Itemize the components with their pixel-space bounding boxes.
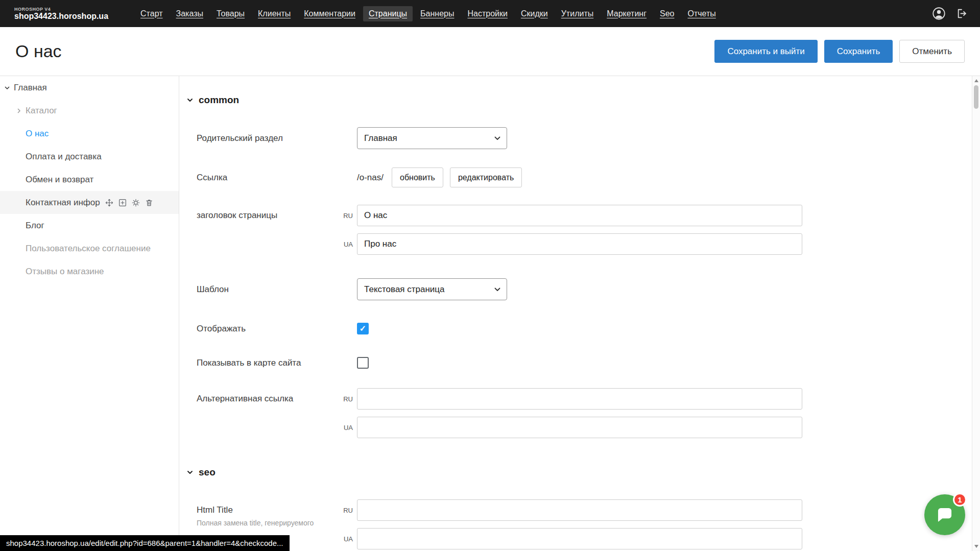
sidebar-item-label: Пользовательское соглашение	[26, 244, 151, 254]
parent-section-select[interactable]: Главная	[357, 127, 507, 149]
sidebar-item-label: Каталог	[26, 106, 57, 116]
field-label: заголовок страницы	[197, 205, 340, 221]
template-select[interactable]: Текстовая страница	[357, 278, 507, 300]
menu-item-bannery[interactable]: Баннеры	[415, 6, 460, 21]
save-and-exit-button[interactable]: Сохранить и выйти	[714, 40, 817, 63]
refresh-link-button[interactable]: обновить	[392, 167, 443, 187]
edit-link-button[interactable]: редактировать	[450, 167, 522, 187]
chevron-down-icon	[186, 469, 194, 476]
logout-icon[interactable]	[956, 7, 969, 20]
parent-section-row: Родительский раздел Главная	[197, 127, 951, 149]
link-path: /o-nas/	[357, 173, 384, 183]
page-header: О нас Сохранить и выйти Сохранить Отмени…	[0, 27, 980, 76]
account-icon[interactable]	[932, 7, 946, 20]
page-edit-form: common Родительский раздел Главная Ссылк…	[179, 76, 980, 551]
menu-item-kommentarii[interactable]: Комментарии	[298, 6, 361, 21]
page-title-row: заголовок страницы RU UA	[197, 205, 951, 255]
topbar: HOROSHOP V4 shop34423.horoshop.ua Старт …	[0, 0, 980, 27]
section-common[interactable]: common	[186, 94, 951, 106]
display-checkbox[interactable]: ✓	[357, 323, 369, 334]
menu-item-nastroyki[interactable]: Настройки	[462, 6, 513, 21]
menu-item-otchety[interactable]: Отчеты	[682, 6, 722, 21]
sidebar-item-kontaktnaya-informatsiya[interactable]: Контактная инфор	[0, 191, 179, 214]
sidebar-item-polzovatelskoe-soglashenie[interactable]: Пользовательское соглашение	[0, 237, 179, 260]
app-window: HOROSHOP V4 shop34423.horoshop.ua Старт …	[0, 0, 980, 551]
brand-logo[interactable]: HOROSHOP V4 shop34423.horoshop.ua	[14, 7, 108, 21]
header-actions: Сохранить и выйти Сохранить Отменить	[714, 40, 965, 63]
pages-tree-sidebar: Главная Каталог О нас Оплата и доставка …	[0, 76, 179, 551]
alt-link-row: Альтернативная ссылка RU UA	[197, 388, 951, 438]
sidebar-item-otzyvy-o-magazine[interactable]: Отзывы о магазине	[0, 260, 179, 283]
alt-link-ru-input[interactable]	[357, 388, 802, 410]
html-title-ua-input[interactable]	[357, 528, 802, 549]
sitemap-checkbox[interactable]: ✓	[357, 357, 369, 369]
sidebar-item-label: Оплата и доставка	[26, 152, 102, 162]
menu-item-tovary[interactable]: Товары	[211, 6, 250, 21]
scrollbar-thumb[interactable]	[974, 85, 978, 109]
menu-item-stranitsy[interactable]: Страницы	[363, 6, 413, 21]
section-title: seo	[199, 467, 216, 478]
lang-tag-ua: UA	[340, 535, 353, 543]
page-body: Главная Каталог О нас Оплата и доставка …	[0, 76, 980, 551]
lang-tag-ua: UA	[340, 424, 353, 432]
scroll-up-arrow[interactable]	[974, 79, 978, 82]
sidebar-item-oplata-i-dostavka[interactable]: Оплата и доставка	[0, 145, 179, 168]
sidebar-item-label: О нас	[26, 129, 49, 139]
field-label-text: Html Title	[197, 505, 340, 515]
sidebar-item-glavnaya[interactable]: Главная	[0, 76, 179, 99]
sidebar-item-obmen-i-vozvrat[interactable]: Обмен и возврат	[0, 168, 179, 191]
sidebar-item-label: Блог	[26, 221, 44, 231]
page-title: О нас	[15, 41, 62, 61]
sidebar-item-katalog[interactable]: Каталог	[0, 99, 179, 122]
menu-item-zakazy[interactable]: Заказы	[171, 6, 209, 21]
field-label: Шаблон	[197, 284, 340, 295]
menu-item-skidki[interactable]: Скидки	[515, 6, 554, 21]
field-label: Ссылка	[197, 173, 340, 183]
scroll-down-arrow[interactable]	[974, 545, 978, 548]
brand-domain: shop34423.horoshop.ua	[14, 12, 108, 21]
trash-icon[interactable]	[145, 199, 153, 207]
chevron-down-icon	[494, 288, 500, 292]
chat-widget-button[interactable]: 1	[924, 494, 965, 535]
menu-item-marketing[interactable]: Маркетинг	[601, 6, 652, 21]
sidebar-item-o-nas[interactable]: О нас	[0, 122, 179, 145]
menu-item-klienty[interactable]: Клиенты	[252, 6, 296, 21]
sidebar-item-label: Обмен и возврат	[26, 175, 93, 185]
field-label: Html Title Полная замена title, генериру…	[197, 499, 340, 528]
check-icon: ✓	[360, 325, 366, 333]
chevron-down-icon[interactable]	[4, 85, 10, 91]
gear-icon[interactable]	[132, 199, 140, 207]
lang-tag-ua: UA	[340, 241, 353, 248]
selected-option: Главная	[364, 133, 397, 143]
field-label: Отображать	[197, 324, 340, 334]
save-button[interactable]: Сохранить	[824, 40, 893, 63]
main-menu: Старт Заказы Товары Клиенты Комментарии …	[135, 6, 722, 21]
chat-bubble-icon	[935, 505, 954, 524]
lang-tag-ru: RU	[340, 507, 353, 514]
alt-link-ua-input[interactable]	[357, 417, 802, 438]
vertical-scrollbar[interactable]	[972, 76, 980, 551]
html-title-ru-input[interactable]	[357, 499, 802, 521]
html-title-row: Html Title Полная замена title, генериру…	[197, 499, 951, 549]
menu-item-utility[interactable]: Утилиты	[556, 6, 600, 21]
lang-tag-ru: RU	[340, 395, 353, 403]
page-title-ua-input[interactable]	[357, 233, 802, 255]
add-icon[interactable]	[118, 199, 127, 207]
menu-item-start[interactable]: Старт	[135, 6, 168, 21]
sidebar-item-blog[interactable]: Блог	[0, 214, 179, 237]
cancel-button[interactable]: Отменить	[899, 40, 965, 63]
section-seo[interactable]: seo	[186, 467, 951, 478]
field-hint: Полная замена title, генерируемого	[197, 519, 340, 528]
menu-item-seo[interactable]: Seo	[654, 6, 680, 21]
move-icon[interactable]	[105, 199, 113, 207]
topbar-actions	[932, 7, 969, 20]
status-url: shop34423.horoshop.ua/edit/edit.php?id=6…	[0, 535, 290, 551]
chevron-down-icon	[494, 136, 500, 140]
chevron-right-icon[interactable]	[16, 108, 22, 114]
tree-row-actions	[105, 199, 153, 207]
chevron-down-icon	[186, 97, 194, 104]
display-row: Отображать ✓	[197, 323, 951, 334]
brand-version: HOROSHOP V4	[14, 7, 108, 12]
link-row: Ссылка /o-nas/ обновить редактировать	[197, 167, 951, 187]
page-title-ru-input[interactable]	[357, 205, 802, 226]
